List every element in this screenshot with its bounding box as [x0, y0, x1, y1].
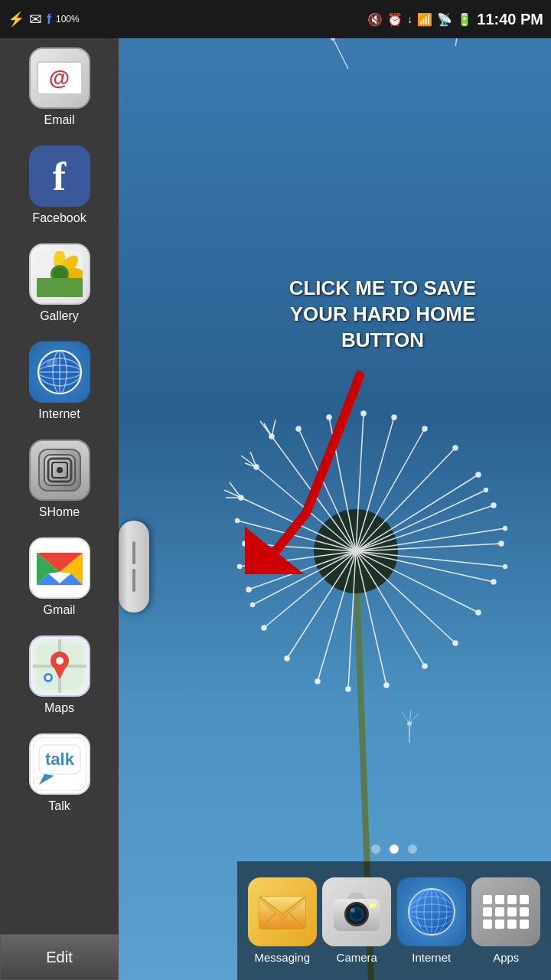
dock-item-messaging[interactable]: Messaging	[248, 877, 317, 964]
svg-point-58	[453, 446, 458, 450]
svg-point-52	[499, 541, 504, 546]
click-me-instruction: CLICK ME TO SAVE YOUR HARD HOME BUTTON	[260, 276, 505, 353]
svg-point-129	[57, 467, 63, 473]
gmail-app-label: Gmail	[44, 603, 76, 617]
svg-point-32	[246, 587, 251, 592]
edit-button[interactable]: Edit	[0, 934, 119, 980]
sidebar-item-gallery[interactable]: Gallery	[0, 234, 119, 332]
gmail-status-icon: ✉	[29, 10, 42, 28]
svg-point-60	[422, 426, 427, 431]
sidebar-item-shome[interactable]: SHome	[0, 430, 119, 528]
svg-point-44	[422, 664, 427, 668]
page-indicator-3[interactable]	[408, 844, 417, 854]
svg-point-76	[504, 565, 507, 569]
facebook-app-label: Facebook	[32, 211, 86, 225]
svg-point-74	[251, 603, 255, 607]
sidebar-item-talk[interactable]: talk Talk	[0, 724, 119, 822]
apps-dot	[495, 920, 504, 929]
sidebar-item-facebook[interactable]: f Facebook	[0, 136, 119, 234]
svg-point-62	[392, 415, 396, 420]
shome-app-icon	[29, 439, 90, 501]
email-icon-inner: @	[37, 61, 83, 95]
svg-rect-117	[37, 278, 83, 297]
apps-dot	[520, 907, 529, 916]
svg-point-140	[56, 657, 64, 665]
page-indicators	[237, 844, 551, 854]
svg-point-48	[476, 610, 481, 615]
status-time: 11:40 PM	[477, 11, 543, 28]
svg-point-54	[491, 503, 496, 508]
dock-item-camera[interactable]: Camera	[322, 877, 391, 964]
shome-app-label: SHome	[39, 505, 80, 519]
svg-point-40	[346, 687, 350, 691]
svg-point-98	[350, 908, 355, 913]
arrow-indicator	[245, 360, 383, 577]
svg-point-42	[384, 683, 389, 688]
apps-dot	[507, 920, 517, 929]
apps-label: Apps	[493, 951, 519, 964]
apps-grid	[477, 889, 535, 935]
sidebar-item-email[interactable]: @ Email	[0, 38, 119, 136]
apps-dot	[483, 895, 492, 904]
dock-item-internet[interactable]: Internet	[397, 877, 466, 964]
gallery-app-label: Gallery	[40, 309, 79, 323]
internet-app-icon	[29, 341, 90, 403]
alarm-icon: ⏰	[387, 12, 403, 27]
edit-button-label: Edit	[46, 949, 72, 966]
sidebar-item-gmail[interactable]: Gmail	[0, 528, 119, 626]
mute-icon: 🔇	[367, 12, 383, 27]
dock-item-apps[interactable]: Apps	[471, 877, 540, 964]
battery-icon: 🔋	[457, 12, 472, 27]
page-indicator-1[interactable]	[371, 844, 380, 854]
apps-dot	[520, 895, 529, 904]
svg-point-80	[484, 488, 488, 492]
apps-dot	[495, 895, 504, 904]
email-at-symbol: @	[49, 66, 70, 90]
email-app-label: Email	[44, 113, 74, 127]
svg-point-36	[285, 656, 289, 661]
apps-dot	[495, 907, 504, 916]
talk-app-label: Talk	[48, 799, 70, 813]
svg-point-34	[262, 626, 266, 630]
facebook-app-icon: f	[29, 145, 90, 207]
bottom-dock: Messaging	[237, 861, 551, 980]
svg-point-72	[238, 565, 242, 569]
gallery-app-icon	[29, 243, 90, 305]
apps-dot	[507, 895, 517, 904]
apps-dot	[483, 907, 492, 916]
apps-dot	[483, 920, 492, 929]
usb-icon: ⚡	[8, 11, 24, 28]
svg-point-46	[453, 641, 458, 645]
facebook-f-letter: f	[53, 154, 66, 199]
camera-icon	[322, 877, 391, 946]
wallpaper: CLICK ME TO SAVE YOUR HARD HOME BUTTON	[119, 38, 551, 980]
svg-point-78	[504, 527, 507, 531]
svg-point-143	[46, 675, 51, 680]
apps-icon	[471, 877, 540, 946]
page-indicator-2[interactable]	[390, 844, 399, 854]
download-icon: ↓	[407, 13, 412, 25]
sidebar: @ Email f Facebook	[0, 38, 119, 980]
maps-app-icon	[29, 635, 90, 697]
sidebar-item-internet[interactable]: Internet	[0, 332, 119, 430]
svg-rect-99	[370, 903, 376, 908]
maps-app-label: Maps	[44, 701, 74, 715]
home-btn-line-1	[132, 541, 135, 564]
messaging-label: Messaging	[254, 951, 310, 964]
home-button[interactable]	[119, 521, 149, 612]
svg-point-38	[315, 679, 320, 684]
apps-dot	[507, 907, 517, 916]
email-app-icon: @	[29, 47, 90, 109]
svg-point-70	[236, 519, 240, 523]
internet-app-label: Internet	[38, 407, 80, 421]
facebook-status-icon: f	[47, 11, 51, 28]
wifi-icon: 📶	[417, 12, 432, 27]
home-button-lines	[132, 541, 135, 592]
gmail-app-icon	[29, 537, 90, 599]
sidebar-item-maps[interactable]: Maps	[0, 626, 119, 724]
internet-dock-label: Internet	[412, 951, 451, 964]
svg-text:talk: talk	[45, 750, 75, 769]
signal-icon: 📡	[437, 12, 452, 27]
status-bar: ⚡ ✉ f 100% 🔇 ⏰ ↓ 📶 📡 🔋 11:40 PM	[0, 0, 551, 38]
camera-label: Camera	[337, 951, 377, 964]
